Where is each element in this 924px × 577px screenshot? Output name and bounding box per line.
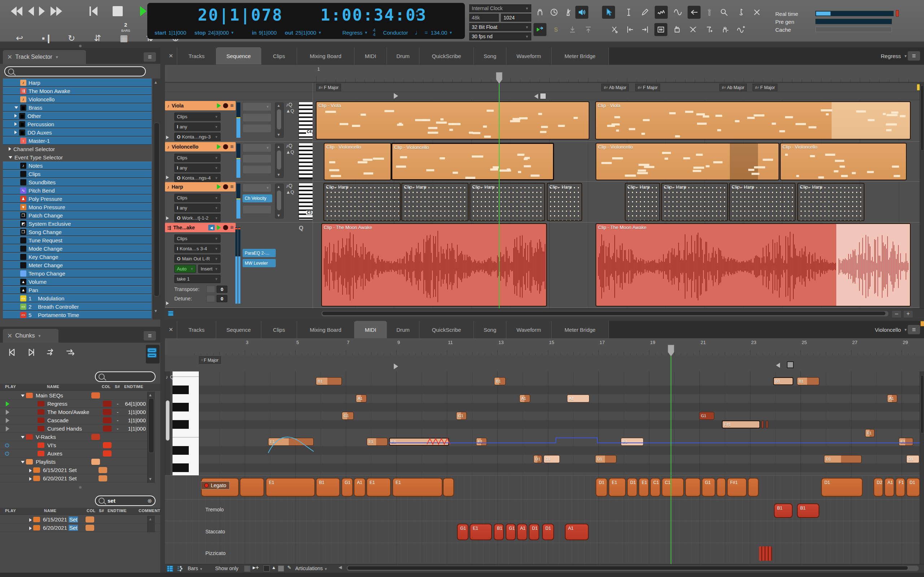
transport-left[interactable] — [16, 6, 23, 16]
color-chip[interactable] — [99, 475, 107, 482]
stop-value[interactable]: 24|3|000 — [208, 29, 229, 36]
lane-label-legato[interactable]: Legato — [201, 482, 229, 489]
articulation-block[interactable] — [748, 478, 759, 496]
midi-note-A1[interactable]: A1 — [567, 395, 590, 403]
track-header-harp[interactable]: ♪Harp≡ — [165, 182, 236, 192]
disclosure-open-icon[interactable] — [9, 156, 12, 159]
track-row-konta-ngs-3[interactable]: OKonta…ngs-3▼ — [174, 133, 221, 141]
track-menu-icon[interactable]: ≡ — [230, 102, 234, 109]
tab-drum[interactable]: Drum — [387, 47, 419, 64]
close-icon[interactable]: ✕ — [7, 332, 12, 340]
scroll-thumb[interactable] — [277, 109, 281, 129]
chunk-row-regress[interactable]: Regress-64|1|000 — [0, 400, 147, 408]
widget-slot[interactable] — [242, 124, 271, 133]
midi-note-E1[interactable]: E1 — [367, 438, 388, 446]
color-chip[interactable] — [86, 525, 94, 531]
articulation-block-C1[interactable]: C1 — [650, 478, 661, 496]
track-row-clips[interactable]: Clips▼ — [174, 193, 221, 202]
lane-label-tremolo[interactable]: Tremolo — [205, 507, 224, 513]
counter-dropdown-arrow[interactable]: ▼ — [278, 11, 282, 15]
go-to-start-button[interactable] — [89, 6, 91, 16]
piano-key-Fs1[interactable] — [173, 420, 189, 429]
scroll-up-icon[interactable]: ▲ — [277, 103, 281, 108]
plugin-chip-1[interactable]: ParaEQ 2-… — [242, 249, 276, 257]
track-row-any[interactable]: Iany▼ — [174, 122, 221, 131]
frame-rate-select[interactable]: 30 fps nd▼ — [469, 32, 531, 40]
marker-left-icon[interactable] — [534, 94, 538, 99]
sequence-vscroll-thumb[interactable] — [921, 85, 924, 151]
midi-note-E1[interactable]: E1 — [476, 438, 487, 446]
clip-viola[interactable]: Clip - Viola — [595, 102, 911, 140]
articulation-block-F1[interactable]: F1 — [895, 478, 905, 496]
articulation-block-G1[interactable]: G1 — [702, 478, 716, 496]
bar-beat-tick-counter[interactable]: 20|1|078 — [198, 6, 283, 24]
sine-tool-icon[interactable] — [671, 6, 684, 19]
filter-checkbox[interactable] — [244, 566, 250, 572]
color-chip[interactable] — [103, 450, 111, 456]
track-play-indicator[interactable] — [217, 103, 221, 108]
clip-violoncello[interactable]: Clip - Violoncello — [596, 143, 779, 180]
chunk-row-main-seqs[interactable]: Main SEQs — [0, 392, 147, 400]
transpose-enable-box[interactable] — [207, 285, 215, 293]
loop-icon[interactable]: ↻ — [68, 33, 75, 43]
chunk-row-6-15-2021-set[interactable]: 6/15/2021 Set — [0, 466, 147, 474]
track-selector-menu-button[interactable]: ≡ — [144, 52, 156, 62]
color-chip[interactable] — [91, 459, 100, 465]
sidebar-item-volume[interactable]: ▲Volume — [3, 278, 152, 285]
widget-slot[interactable] — [242, 113, 271, 122]
track-row-clips[interactable]: Clips▼ — [174, 113, 221, 121]
transport-left[interactable] — [28, 6, 34, 16]
track-expand-icon[interactable] — [166, 216, 169, 220]
widget-slot[interactable] — [242, 154, 271, 163]
marker-square-icon[interactable] — [540, 93, 546, 99]
track-scrollbar[interactable]: ▲▼ — [275, 143, 284, 178]
articulation-block-E1[interactable]: E1 — [393, 478, 443, 496]
audition-hand-icon[interactable] — [533, 6, 546, 19]
power-icon[interactable]: ⏻ — [5, 442, 10, 449]
play-chain-icon[interactable] — [533, 23, 546, 36]
zoom-icon[interactable]: Q — [299, 225, 303, 232]
midi-zoom-icon[interactable]: Q — [170, 374, 174, 380]
clip-violoncello[interactable]: Clip - Violoncello — [391, 143, 554, 180]
chunk-row-cascade[interactable]: Cascade-1|1|000 — [0, 416, 147, 424]
widget-slot[interactable]: ▼ — [242, 102, 271, 111]
track-expand-icon[interactable] — [166, 176, 169, 179]
close-editor-button[interactable]: ✕ — [165, 321, 177, 338]
track-expand-icon[interactable] — [166, 135, 169, 139]
color-chip[interactable] — [103, 442, 111, 448]
articulation-block-D1[interactable]: D1 — [596, 478, 607, 496]
piano-key-Ds1[interactable] — [173, 446, 189, 455]
midi-track-selector[interactable]: Violoncello▼ — [835, 321, 908, 338]
midi-note-B1[interactable]: B1 — [494, 377, 506, 385]
mini-piano-strip[interactable]: C4 — [299, 102, 313, 139]
clip-viola[interactable]: Clip - Viola — [316, 102, 590, 140]
track-menu-icon[interactable]: ≡ — [230, 224, 234, 231]
mute-tool-icon[interactable] — [750, 6, 763, 19]
punch-in-icon[interactable]: ⇵ — [94, 33, 101, 43]
tab-clips[interactable]: Clips — [261, 321, 297, 338]
disclosure-open-icon[interactable] — [15, 106, 18, 109]
color-chip[interactable] — [103, 409, 111, 415]
key-signature-chip[interactable]: ♯♭♮F Major — [316, 84, 341, 91]
sidebar-item-portamento-time[interactable]: ▭5Portamento Time — [3, 311, 152, 319]
smpte-counter[interactable]: 1:00:34:03 — [320, 6, 427, 24]
clip-harp[interactable]: Clip - Harp — [797, 183, 864, 221]
articulation-block-G1[interactable]: G1 — [506, 524, 516, 540]
close-editor-button[interactable]: ✕ — [165, 47, 177, 64]
transport-left[interactable] — [92, 6, 97, 16]
note-filter-icon[interactable] — [263, 566, 270, 572]
clip-the-moon-awake[interactable]: Clip - The Moon Awake — [321, 223, 547, 306]
track-header-violoncello[interactable]: ♪Violoncello≡ — [165, 142, 236, 152]
articulation-block-E1[interactable]: E1 — [266, 478, 315, 496]
sidebar-item-clips[interactable]: Clips — [3, 170, 152, 178]
move-box-icon[interactable] — [670, 23, 683, 36]
widget-slot[interactable]: ▼ — [242, 143, 271, 152]
scroll-down-icon[interactable]: ▼ — [154, 309, 158, 313]
conductor-label[interactable]: Conductor — [383, 29, 408, 36]
key-signature-chip[interactable]: ♯♭♮F Major — [635, 84, 660, 91]
scroll-up-icon[interactable]: ▲ — [277, 185, 281, 189]
velocity-zoom-icons[interactable]: ▲Q — [286, 108, 294, 114]
scroll-thumb[interactable] — [277, 150, 281, 169]
insert-cursor-icon[interactable]: ▸+ — [253, 564, 259, 571]
buffer-size[interactable]: 1024 — [501, 14, 531, 22]
